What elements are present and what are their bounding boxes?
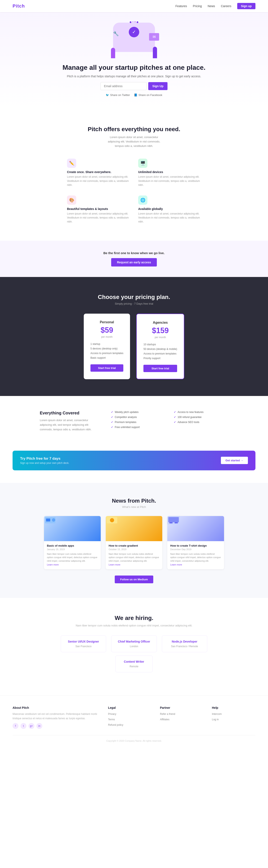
facebook-icon: 📘 [134,93,137,97]
covered-item-label-3: 100 refund guarantee [177,416,202,418]
job-location-2: San Francisco / Remote [166,645,203,648]
job-card-2: Node.js Developer San Francisco / Remote [162,636,207,652]
feature-item-0: ✏️ Create once. Share everywhere. Lorem … [67,159,130,187]
news-title: News from Pitch. [12,498,256,504]
news-card-img-0 [44,516,101,541]
feature-title-0: Create once. Share everywhere. [67,170,130,174]
hero-social-links: 🐦 Share on Twitter 📘 Share on Facebook [4,93,264,97]
feature-desc-0: Lorem ipsum dolor sit amet, consectetur … [67,175,130,187]
covered-item-6: ✓ Free unlimited support [111,426,165,429]
feature-icon-1: 🖥️ [138,159,147,168]
pricing-plan-features-0: 1 startup 5 devices (desktop only) Acces… [91,342,123,360]
svg-rect-8 [175,522,178,523]
footer-legal-links: Privacy Terms Refund policy [108,712,152,726]
news-card-date-0: January 19, 2019 [47,548,98,551]
social-google-icon[interactable]: g+ [29,723,34,729]
cta-banner-section: Be the first one to know when we go live… [0,241,268,277]
pricing-plan-period-0: per month [91,335,123,338]
check-icon-2: ✓ [111,416,113,418]
hero-signup-button[interactable]: Sign Up [148,82,168,90]
pricing-plan-cta-0[interactable]: Start free trial [91,364,123,372]
check-icon-1: ✓ [174,411,176,413]
hero-illustration: ✓ ✉ 🔧 [105,21,163,58]
footer-link-affiliates[interactable]: Affiliates [160,718,169,721]
features-title: Pitch offers everything you need. [12,126,256,133]
hero-check-icon: ✓ [129,27,139,37]
twitter-share-link[interactable]: 🐦 Share on Twitter [106,93,130,97]
check-icon-3: ✓ [174,416,176,418]
news-card-excerpt-2: Nam liber tempor cum soluta nobis eleife… [170,552,221,563]
news-card-body-2: How to create T-shirt design December Da… [167,541,224,569]
footer-about-title: About Pitch [12,706,100,709]
hero-email-input[interactable] [100,82,146,90]
features-grid: ✏️ Create once. Share everywhere. Lorem … [67,159,201,224]
feature-title-1: Unlimited devices [138,170,201,174]
footer-help-title: Help [212,706,256,709]
dots-row [130,21,138,23]
try-banner: Try Pitch free for 7 days Sign up now an… [12,451,256,470]
footer: About Pitch Maecenas vestibulum vel est … [0,695,268,748]
covered-right: ✓ Weekly pitch updates ✓ Access to new f… [111,411,228,429]
follow-medium-button[interactable]: Follow us on Medium [115,576,153,583]
nav-news[interactable]: News [208,4,215,8]
facebook-share-link[interactable]: 📘 Share on Facebook [134,93,162,97]
facebook-share-label: Share on Facebook [138,93,162,97]
footer-link-login[interactable]: Log in [212,718,219,721]
pricing-subtitle: Simply pricing - 7 Days free trial [12,302,256,305]
logo[interactable]: Pitch [12,3,25,9]
hero-wrench-icon: 🔧 [113,31,119,36]
pricing-card-agencies: Agencies $159 per month 10 startups 50 d… [136,314,184,379]
news-card-date-2: December Day 2019 [170,548,221,551]
nav-signup-button[interactable]: Sign up [237,3,256,9]
nav-features[interactable]: Features [175,4,187,8]
social-facebook-icon[interactable]: f [12,723,19,729]
pricing-plan-cta-1[interactable]: Start free trial [143,365,177,372]
feature-item-1: 🖥️ Unlimited devices Lorem ipsum dolor s… [138,159,201,187]
footer-link-refer[interactable]: Refer a friend [160,713,175,715]
job-location-1: London [115,645,152,648]
feature-desc-1: Lorem ipsum dolor sit amet, consectetur … [138,175,201,187]
covered-item-label-0: Weekly pitch updates [115,411,139,413]
nav-pricing[interactable]: Pricing [193,4,202,8]
job-title-1: Chief Marketing Officer [115,640,152,643]
cta-banner-button[interactable]: Request an early access [111,258,157,267]
hero-envelope-icon: ✉ [149,33,159,41]
features-section: Pitch offers everything you need. Lorem … [0,109,268,241]
news-card-link-1[interactable]: Learn more [109,563,121,566]
news-card-link-2[interactable]: Learn more [170,563,182,566]
try-banner-cta[interactable]: Get started → [221,457,248,464]
feature-icon-0: ✏️ [67,159,76,168]
covered-item-4: ✓ Premium templates [111,421,165,424]
pricing-plan-price-0: $59 [91,326,123,335]
try-banner-title: Try Pitch free for 7 days [20,457,69,461]
social-twitter-icon[interactable]: t [21,723,26,729]
pricing-plan-name-0: Personal [91,320,123,324]
svg-point-2 [52,518,55,522]
job-card-3: Content Writer Remote [115,656,153,672]
hiring-title: We are hiring. [12,615,256,621]
social-linkedin-icon[interactable]: in [36,723,42,729]
covered-description: Lorem ipsum dolor sit amet, consectetur … [40,418,98,432]
covered-inner: Everything Covered Lorem ipsum dolor sit… [40,411,228,432]
footer-partner-title: Partner [160,706,203,709]
covered-item-0: ✓ Weekly pitch updates [111,411,165,413]
footer-partner-links: Refer a friend Affiliates [160,712,203,721]
covered-item-label-6: Free unlimited support [115,426,140,429]
news-card-date-1: October 15, 2019 [109,548,160,551]
footer-grid: About Pitch Maecenas vestibulum vel est … [12,706,256,729]
news-card-link-0[interactable]: Learn more [47,563,59,566]
check-icon-6: ✓ [111,426,113,429]
hero-title: Manage all your startup pitches at one p… [4,63,264,72]
svg-rect-1 [46,519,50,522]
nav-careers[interactable]: Careers [221,4,231,8]
footer-link-privacy[interactable]: Privacy [108,713,116,715]
jobs-grid-row2: Content Writer Remote [12,656,256,672]
footer-legal-title: Legal [108,706,152,709]
footer-link-intercom[interactable]: Intercom [212,713,222,715]
news-card-title-0: Basic of mobile apps [47,544,98,547]
job-card-0: Senior UI/UX Designer San Francisco [61,636,106,652]
navbar: Pitch Features Pricing News Careers Sign… [0,0,268,12]
pricing-plan-price-1: $159 [143,326,177,335]
footer-link-refund[interactable]: Refund policy [108,723,123,726]
footer-link-terms[interactable]: Terms [108,718,115,721]
